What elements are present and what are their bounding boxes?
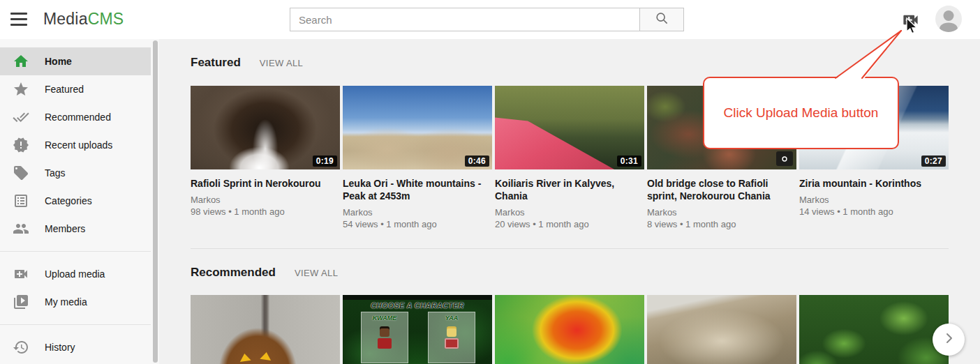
character-sprite [362, 328, 408, 349]
video-thumbnail[interactable] [799, 295, 949, 364]
media-card[interactable]: 0:31 Koiliaris River in Kalyves, Chania … [495, 86, 644, 230]
media-card[interactable] [495, 295, 644, 364]
media-card[interactable]: 0:19 Rafioli Sprint in Nerokourou Markos… [191, 86, 340, 230]
logo-text-media: Media [43, 10, 88, 28]
character-sprite [429, 328, 475, 349]
video-library-icon [13, 294, 29, 310]
media-meta: 20 views • 1 month ago [495, 219, 644, 230]
recommended-view-all-link[interactable]: VIEW ALL [295, 268, 338, 278]
media-author[interactable]: Markos [647, 207, 796, 218]
sidebar-item-label: History [45, 342, 75, 353]
duration-badge: 0:19 [313, 156, 337, 167]
sidebar-item-home[interactable]: Home [0, 47, 151, 75]
media-meta: 54 views • 1 month ago [343, 219, 492, 230]
search-icon [655, 11, 669, 28]
section-divider [191, 248, 949, 249]
sidebar-item-tags[interactable]: Tags [0, 159, 151, 187]
sidebar-item-label: Members [45, 223, 85, 234]
media-meta: 14 views • 1 month ago [799, 206, 949, 218]
carousel-next-button[interactable] [933, 324, 965, 356]
character-panel: YAA [428, 312, 475, 363]
sidebar-item-label: Tags [45, 167, 66, 179]
sidebar-item-label: My media [45, 296, 87, 308]
media-title[interactable]: Rafioli Sprint in Nerokourou [191, 177, 339, 190]
featured-section-header: Featured VIEW ALL [191, 56, 303, 70]
sidebar-item-recent-uploads[interactable]: Recent uploads [0, 131, 151, 159]
video-thumbnail[interactable] [191, 295, 340, 364]
duration-badge: 0:27 [921, 156, 946, 167]
media-author[interactable]: Markos [799, 195, 949, 206]
character-name: YAA [429, 314, 475, 321]
sidebar-item-label: Categories [45, 195, 92, 206]
search-button[interactable] [639, 8, 684, 31]
new-releases-icon [13, 137, 29, 153]
sidebar: Home Featured Recommended Recent uploads… [0, 39, 159, 364]
recommended-section-header: Recommended VIEW ALL [191, 266, 338, 280]
done-all-icon [13, 109, 29, 126]
hamburger-menu-icon[interactable] [10, 13, 27, 26]
media-card[interactable] [191, 295, 340, 364]
search-input[interactable] [290, 8, 640, 31]
media-author[interactable]: Markos [343, 207, 492, 218]
logo-text-cms: CMS [88, 10, 124, 28]
home-icon [13, 53, 29, 70]
people-icon [13, 220, 29, 237]
sidebar-item-upload-media[interactable]: Upload media [0, 260, 151, 288]
sidebar-item-recommended[interactable]: Recommended [0, 103, 151, 131]
media-meta: 98 views • 1 month ago [191, 206, 340, 218]
media-title[interactable]: Koiliaris River in Kalyves, Chania [495, 177, 643, 202]
duration-badge: 0:46 [465, 156, 489, 167]
user-avatar[interactable] [935, 6, 962, 32]
sidebar-item-label: Recommended [45, 112, 111, 123]
media-title[interactable]: Ziria mountain - Korinthos [799, 177, 947, 190]
sidebar-item-members[interactable]: Members [0, 215, 151, 243]
history-icon [13, 339, 29, 356]
section-title: Featured [191, 56, 241, 70]
media-card[interactable]: 0:46 Leuka Ori - White mountains - Peak … [343, 86, 492, 230]
tour-callout-pointer [824, 25, 914, 82]
media-author[interactable]: Markos [191, 195, 340, 206]
chevron-right-icon [940, 330, 957, 349]
star-icon [13, 81, 29, 98]
video-thumbnail[interactable] [495, 295, 644, 364]
media-title[interactable]: Old bridge close to Rafioli sprint, Nero… [647, 177, 795, 202]
app-logo[interactable]: MediaCMS [43, 10, 124, 29]
sidebar-divider [0, 251, 151, 252]
thumbnail-text-heading: CHOOSE A CHARACTER [343, 301, 492, 310]
video-thumbnail[interactable] [647, 295, 796, 364]
media-author[interactable]: Markos [495, 207, 644, 218]
video-thumbnail[interactable]: CHOOSE A CHARACTER KWAME YAA Selected Se… [343, 295, 492, 364]
sidebar-item-categories[interactable]: Categories [0, 187, 151, 215]
sidebar-divider [0, 324, 151, 325]
sidebar-item-history[interactable]: History [0, 333, 151, 361]
media-card[interactable]: CHOOSE A CHARACTER KWAME YAA Selected Se… [343, 295, 492, 364]
media-meta: 8 views • 1 month ago [647, 219, 796, 230]
person-icon [935, 22, 962, 32]
tour-callout: Click Upload Media button [703, 77, 899, 149]
duration-badge: 0:31 [617, 156, 641, 167]
video-thumbnail[interactable]: 0:19 [191, 86, 340, 169]
media-card[interactable] [647, 295, 796, 364]
section-title: Recommended [191, 266, 276, 280]
thumbnail-letterbox [343, 295, 492, 300]
sidebar-item-featured[interactable]: Featured [0, 75, 151, 103]
recommended-cards-row: CHOOSE A CHARACTER KWAME YAA Selected Se… [191, 295, 949, 364]
tour-callout-text: Click Upload Media button [724, 105, 879, 121]
sidebar-scrollbar[interactable] [153, 40, 158, 363]
media-title[interactable]: Leuka Ori - White mountains - Peak at 24… [343, 177, 491, 202]
character-panel: KWAME [361, 312, 408, 363]
character-name: KWAME [362, 314, 408, 321]
video-thumbnail[interactable]: 0:46 [343, 86, 492, 169]
sidebar-item-label: Recent uploads [45, 139, 112, 151]
sidebar-item-label: Home [45, 56, 72, 67]
media-card[interactable] [799, 295, 949, 364]
search-bar [290, 8, 684, 31]
sidebar-item-my-media[interactable]: My media [0, 288, 151, 316]
tag-icon [13, 165, 29, 181]
sidebar-item-label: Upload media [45, 268, 105, 280]
list-alt-icon [13, 192, 29, 209]
video-thumbnail[interactable]: 0:31 [495, 86, 644, 169]
camera-icon [776, 151, 793, 166]
mouse-cursor [905, 17, 919, 37]
featured-view-all-link[interactable]: VIEW ALL [260, 58, 303, 68]
